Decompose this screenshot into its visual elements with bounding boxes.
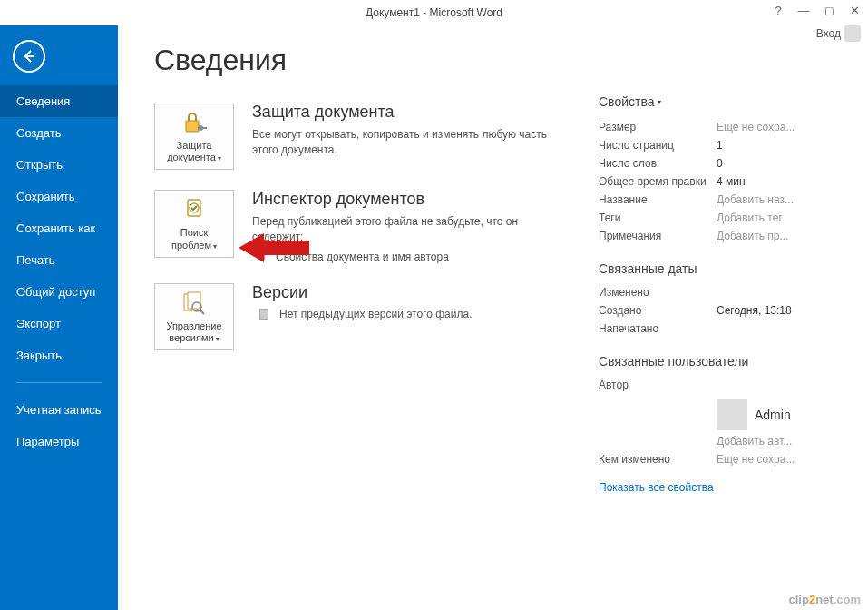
inspect-bullet-text: Свойства документа и имя автора <box>276 251 449 263</box>
prop-created-key: Создано <box>599 304 717 317</box>
prop-printed: Напечатано <box>599 320 825 338</box>
prop-author: Автор <box>599 376 825 394</box>
prop-tags: ТегиДобавить тег <box>599 209 825 227</box>
nav-item-options[interactable]: Параметры <box>0 426 118 458</box>
back-button[interactable] <box>13 40 45 73</box>
prop-created: СозданоСегодня, 13:18 <box>599 301 825 320</box>
prop-title-val[interactable]: Добавить наз... <box>717 193 825 206</box>
content-main: Сведения Защита документа▾ Защита докуме… <box>154 44 590 592</box>
arrow-left-icon <box>22 49 36 64</box>
minimize-icon[interactable]: — <box>797 4 810 17</box>
prop-modified-key: Изменено <box>599 286 717 299</box>
svg-rect-0 <box>186 121 199 132</box>
versions-bullet: Нет предыдущих версий этого файла. <box>252 308 473 320</box>
window-title: Документ1 - Microsoft Word <box>366 6 502 19</box>
versions-heading: Версии <box>252 283 473 302</box>
related-users-header: Связанные пользователи <box>599 354 825 369</box>
show-all-props-link[interactable]: Показать все свойства <box>599 481 714 494</box>
author-name: Admin <box>755 408 791 422</box>
watermark: clip2net.com <box>789 593 861 606</box>
chevron-down-icon: ▾ <box>216 335 219 343</box>
nav-item-close[interactable]: Закрыть <box>0 339 118 371</box>
related-dates-header: Связанные даты <box>599 261 825 276</box>
close-icon[interactable]: ✕ <box>848 4 861 17</box>
prop-printed-key: Напечатано <box>599 322 717 335</box>
prop-author-val <box>717 379 825 391</box>
protect-body: Все могут открывать, копировать и изменя… <box>252 127 551 158</box>
main-area: Сведения Создать Открыть Сохранить Сохра… <box>0 25 868 610</box>
prop-time-key: Общее время правки <box>599 175 717 188</box>
inspect-section: Поиск проблем▾ Инспектор документов Пере… <box>154 190 590 263</box>
prop-size-key: Размер <box>599 121 717 133</box>
prop-title-key: Название <box>599 193 717 206</box>
nav-item-share[interactable]: Общий доступ <box>0 276 118 308</box>
prop-author-key: Автор <box>599 379 717 391</box>
inspect-bullet: Свойства документа и имя автора <box>252 251 551 263</box>
nav-item-save-as[interactable]: Сохранить как <box>0 212 118 244</box>
protect-document-button[interactable]: Защита документа▾ <box>154 103 234 170</box>
prop-modified-val <box>717 286 825 299</box>
versions-section: Управление версиями▾ Версии Нет предыдущ… <box>154 283 590 350</box>
svg-rect-2 <box>202 127 207 129</box>
prop-modified: Изменено <box>599 283 825 301</box>
prop-notes: ПримечанияДобавить пр... <box>599 227 825 245</box>
bullet-icon <box>259 309 268 320</box>
versions-icon <box>180 290 209 317</box>
inspect-btn-label: Поиск проблем <box>171 227 211 250</box>
prop-time-val: 4 мин <box>717 175 825 188</box>
add-author-link[interactable]: Добавить авт... <box>717 435 825 448</box>
prop-lastmod: Кем измененоЕще не сохра... <box>599 450 825 468</box>
wm-p1: clip <box>789 593 809 606</box>
content-pane: Сведения Защита документа▾ Защита докуме… <box>118 25 868 610</box>
prop-notes-val[interactable]: Добавить пр... <box>717 230 825 242</box>
prop-tags-key: Теги <box>599 212 717 224</box>
restore-icon[interactable]: ◻ <box>823 4 835 17</box>
prop-printed-val <box>717 322 825 335</box>
avatar <box>717 399 747 430</box>
prop-tags-val[interactable]: Добавить тег <box>717 212 825 224</box>
nav-item-save[interactable]: Сохранить <box>0 181 118 212</box>
bullet-icon <box>259 254 265 260</box>
wm-p4: .com <box>834 593 861 606</box>
nav-item-print[interactable]: Печать <box>0 244 118 276</box>
manage-versions-button[interactable]: Управление версиями▾ <box>154 283 234 350</box>
check-issues-button[interactable]: Поиск проблем▾ <box>154 190 234 257</box>
prop-pages: Число страниц1 <box>599 136 825 154</box>
versions-bullet-text: Нет предыдущих версий этого файла. <box>279 308 473 320</box>
inspect-heading: Инспектор документов <box>252 190 551 209</box>
chevron-down-icon: ▾ <box>218 154 221 162</box>
help-icon[interactable]: ? <box>772 4 785 17</box>
properties-header[interactable]: Свойства▾ <box>599 94 825 109</box>
nav-item-new[interactable]: Создать <box>0 117 118 149</box>
author-user[interactable]: Admin <box>717 399 825 430</box>
backstage-sidebar: Сведения Создать Открыть Сохранить Сохра… <box>0 25 118 610</box>
inspect-body: Перед публикацией этого файла не забудьт… <box>252 214 551 245</box>
nav-item-account[interactable]: Учетная запись <box>0 394 118 426</box>
inspect-text: Инспектор документов Перед публикацией э… <box>252 190 551 263</box>
prop-words-val: 0 <box>717 157 825 170</box>
protect-heading: Защита документа <box>252 103 551 122</box>
prop-words-key: Число слов <box>599 157 717 170</box>
protect-text: Защита документа Все могут открывать, ко… <box>252 103 551 158</box>
prop-pages-key: Число страниц <box>599 139 717 152</box>
prop-size-val: Еще не сохра... <box>717 121 825 133</box>
prop-lastmod-val: Еще не сохра... <box>717 453 825 466</box>
properties-panel: Свойства▾ РазмерЕще не сохра... Число ст… <box>599 44 825 592</box>
nav-separator <box>16 382 102 383</box>
page-title: Сведения <box>154 44 590 77</box>
nav-item-open[interactable]: Открыть <box>0 149 118 181</box>
titlebar: Документ1 - Microsoft Word ? — ◻ ✕ <box>0 0 868 25</box>
prop-pages-val: 1 <box>717 139 825 152</box>
prop-notes-key: Примечания <box>599 230 717 242</box>
svg-rect-6 <box>188 292 200 309</box>
wm-p3: net <box>815 593 834 606</box>
nav-item-info[interactable]: Сведения <box>0 85 118 117</box>
nav-item-export[interactable]: Экспорт <box>0 308 118 339</box>
prop-title: НазваниеДобавить наз... <box>599 191 825 209</box>
prop-edit-time: Общее время правки4 мин <box>599 172 825 191</box>
prop-add-author: Добавить авт... <box>599 432 825 450</box>
protect-btn-label: Защита документа <box>167 140 216 162</box>
properties-header-label: Свойства <box>599 94 654 109</box>
window-controls: ? — ◻ ✕ <box>772 4 861 17</box>
prop-size: РазмерЕще не сохра... <box>599 118 825 136</box>
